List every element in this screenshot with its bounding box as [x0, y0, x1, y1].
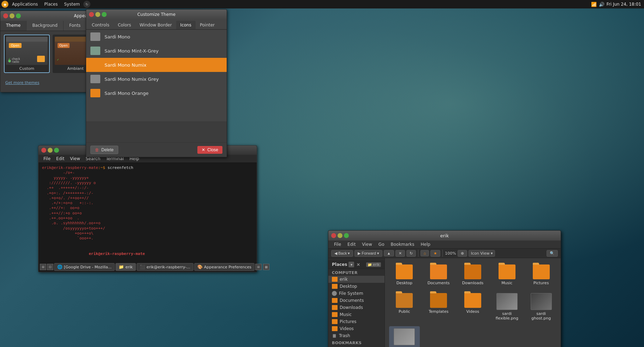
icon-theme-item-sardi-mono-mint-grey[interactable]: Sardi Mono Mint-X-Grey	[86, 44, 227, 58]
taskbar-btn-firefox[interactable]: 🌐 [Google Drive - Mozilla...	[54, 263, 115, 271]
customize-tab-pointer[interactable]: Pointer	[196, 21, 219, 29]
fm-file-item-desktop[interactable]: Desktop	[389, 262, 420, 287]
fm-menu-edit[interactable]: Edit	[345, 241, 358, 248]
tab-theme[interactable]: Theme	[0, 21, 26, 31]
fm-sidebar-item-documents[interactable]: Documents	[328, 297, 384, 304]
fm-sidebar-item-downloads[interactable]: Downloads	[328, 304, 384, 311]
layout-icon-4[interactable]: ▦	[263, 264, 269, 270]
fm-close-btn[interactable]	[331, 233, 336, 238]
fm-zoom-btn[interactable]: ⊕	[458, 250, 467, 257]
fm-image-preview-sardi-ghost	[531, 293, 552, 310]
fm-file-item-videos[interactable]: Videos	[458, 291, 488, 323]
fm-body: Places ▾ ✕ 📁 erik Computer erik Desktop …	[328, 258, 561, 347]
folder-icon-small: 📁	[368, 263, 372, 267]
customize-close-btn-wc[interactable]	[89, 12, 94, 17]
fm-file-item-downloads[interactable]: Downloads	[458, 262, 488, 287]
icon-theme-item-sardi-mono[interactable]: Sardi Mono	[86, 30, 227, 44]
fm-sidebar-item-pictures[interactable]: Pictures	[328, 318, 384, 325]
taskbar-btn-erik[interactable]: 📁 erik	[115, 263, 136, 271]
appearance-max-btn[interactable]	[16, 13, 21, 18]
customize-max-btn[interactable]	[102, 12, 107, 17]
fm-file-item-music[interactable]: Music	[491, 262, 522, 287]
terminal-menu-view[interactable]: View	[68, 156, 82, 162]
fm-menu-view[interactable]: View	[359, 241, 375, 248]
fm-file-item-sardi-flexible[interactable]: sardi flexible.png	[491, 291, 522, 323]
fm-places-label: Places	[332, 262, 347, 267]
terminal-max-btn[interactable]	[54, 148, 59, 153]
terminal-close-btn[interactable]	[41, 148, 46, 153]
layout-icon-3[interactable]: ⊞	[255, 264, 262, 270]
fm-search-btn[interactable]: 🔍	[547, 250, 558, 257]
fm-sidebar-computer-section: Computer	[328, 269, 384, 276]
customize-min-btn[interactable]	[95, 12, 100, 17]
fm-main-content[interactable]: Desktop Documents Downloads Music	[385, 258, 561, 347]
fm-min-btn[interactable]	[338, 233, 342, 238]
fm-home-btn[interactable]: ⌂	[421, 250, 429, 256]
customize-tabs: Controls Colors Window Border Icons Poin…	[86, 19, 227, 30]
terminal-min-btn[interactable]	[48, 148, 53, 153]
customize-tab-controls[interactable]: Controls	[88, 21, 114, 29]
icon-theme-item-sardi-mono-numix-grey[interactable]: Sardi Mono Numix Grey	[86, 72, 227, 86]
appearance-close-btn[interactable]	[3, 13, 8, 18]
fm-menu-go[interactable]: Go	[376, 241, 387, 248]
zoom-icon: ⊕	[461, 251, 464, 256]
customize-footer: 🗑 Delete ✕ Close	[86, 142, 227, 157]
taskbar-btn-terminal[interactable]: ⬛ erik@erik-raspberry-...	[137, 263, 193, 271]
layout-icon-2[interactable]: ⊡	[47, 264, 53, 270]
icon-theme-item-sardi-mono-numix[interactable]: Sardi Mono Numix	[86, 58, 227, 72]
tab-background[interactable]: Background	[26, 21, 64, 31]
fm-file-item-documents[interactable]: Documents	[423, 262, 454, 287]
terminal-menu-file[interactable]: File	[41, 156, 53, 162]
fm-menu-bookmarks[interactable]: Bookmarks	[388, 241, 417, 248]
fm-stop-btn[interactable]: ✕	[395, 250, 405, 257]
fm-back-btn[interactable]: ◀ Back ▾	[331, 250, 353, 257]
fm-menu-file[interactable]: File	[331, 241, 344, 248]
terminal-menu-edit[interactable]: Edit	[54, 156, 66, 162]
fm-places-close-btn[interactable]: ✕	[356, 262, 360, 267]
fm-forward-btn[interactable]: ▶ Forward ▾	[354, 250, 382, 257]
icon-theme-list[interactable]: Sardi Mono Sardi Mono Mint-X-Grey Sardi …	[86, 30, 227, 121]
panel-applications[interactable]: Applications	[9, 1, 41, 7]
fm-toolbar-sep2	[442, 250, 443, 257]
fm-sidebar-item-desktop[interactable]: Desktop	[328, 283, 384, 290]
fm-sidebar-item-music[interactable]: Music	[328, 311, 384, 318]
customize-tab-icons[interactable]: Icons	[176, 21, 196, 29]
fm-up-btn[interactable]: ▲	[384, 250, 394, 256]
fm-sidebar-item-erik[interactable]: erik	[328, 276, 384, 283]
panel-places[interactable]: Places	[41, 1, 60, 7]
sardi-mono-numix-grey-folder-preview	[90, 75, 100, 83]
customize-tab-window-border[interactable]: Window Border	[135, 21, 176, 29]
fm-menu-help[interactable]: Help	[418, 241, 433, 248]
tab-fonts[interactable]: Fonts	[64, 21, 87, 31]
taskbar-btn-appearance[interactable]: 🎨 Appearance Preferences	[194, 263, 255, 271]
fm-file-item-public[interactable]: Public	[389, 291, 420, 323]
appearance-min-btn[interactable]	[10, 13, 14, 18]
fm-folder-templates	[430, 293, 447, 308]
fm-file-item-pictures[interactable]: Pictures	[526, 262, 556, 287]
fm-sidebar-item-trash[interactable]: Trash	[328, 332, 384, 339]
customize-tab-colors[interactable]: Colors	[114, 21, 136, 29]
fm-places-arrow-btn[interactable]: ▾	[348, 262, 354, 267]
icon-theme-item-sardi-mono-orange[interactable]: Sardi Mono Orange	[86, 86, 227, 100]
fm-max-btn[interactable]	[344, 233, 349, 238]
layout-icon-1[interactable]: ⊞	[40, 264, 46, 270]
taskbar-right: ⊞ ▦	[255, 264, 269, 270]
fm-folder-music	[499, 264, 515, 279]
panel-system[interactable]: System	[61, 1, 83, 7]
terminal-content[interactable]: erik@erik-raspberry-mate:~$ screenfetch …	[38, 163, 257, 272]
fm-sidebar-item-filesystem[interactable]: File System	[328, 290, 384, 297]
fm-refresh-btn[interactable]: ↻	[406, 250, 416, 257]
fm-sidebar: Places ▾ ✕ 📁 erik Computer erik Desktop …	[328, 258, 385, 347]
theme-item-custom[interactable]: Open ✓ check · radio Custom	[4, 35, 50, 73]
fm-current-path-btn[interactable]: 📁 erik	[366, 262, 381, 267]
fm-file-item-sardi-ghost[interactable]: sardi ghost.png	[526, 291, 556, 323]
fm-file-item-templates[interactable]: Templates	[423, 291, 454, 323]
fm-bookmark-btn[interactable]: ★	[430, 250, 440, 257]
fm-view-dropdown[interactable]: Icon View ▾	[469, 250, 495, 257]
delete-theme-button[interactable]: 🗑 Delete	[90, 146, 118, 154]
mate-logo: ◆	[1, 1, 8, 8]
get-more-themes-link[interactable]: Get more themes	[5, 80, 39, 85]
customize-close-button[interactable]: ✕ Close	[197, 146, 222, 154]
fm-file-item-sardi-mono[interactable]: sardi mono.png	[389, 326, 420, 347]
fm-sidebar-item-videos[interactable]: Videos	[328, 325, 384, 332]
